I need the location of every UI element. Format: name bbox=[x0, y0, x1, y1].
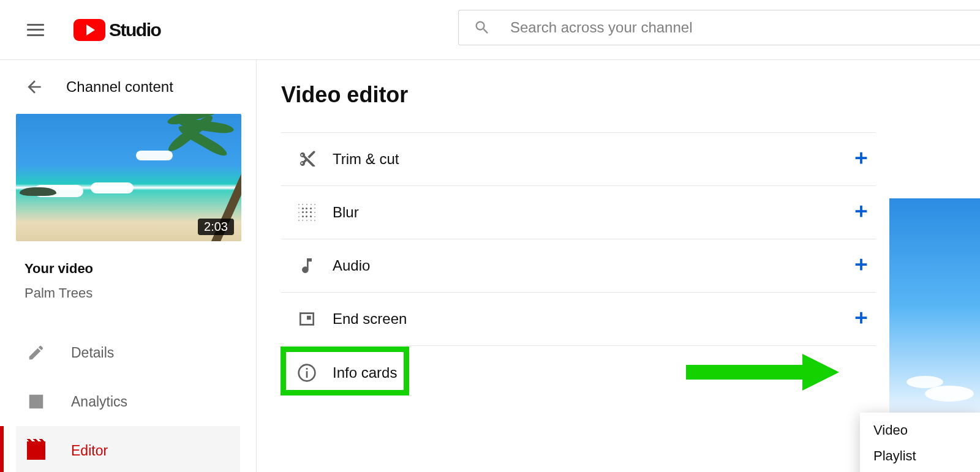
row-label: Blur bbox=[333, 204, 846, 221]
add-blur[interactable] bbox=[846, 202, 876, 223]
sidebar-item-label: Editor bbox=[71, 443, 108, 459]
add-end-screen[interactable] bbox=[846, 309, 876, 329]
sidebar-item-label: Analytics bbox=[71, 394, 127, 410]
youtube-play-icon bbox=[74, 19, 105, 41]
video-duration: 2:03 bbox=[198, 219, 234, 235]
sidebar-item-editor[interactable]: Editor bbox=[16, 426, 240, 472]
back-to-channel-content[interactable]: Channel content bbox=[24, 77, 240, 97]
info-icon bbox=[297, 363, 317, 383]
dropdown-item-channel[interactable]: Channel bbox=[860, 469, 980, 472]
studio-logo[interactable]: Studio bbox=[74, 19, 160, 41]
sidebar-item-analytics[interactable]: Analytics bbox=[16, 377, 240, 426]
blur-icon bbox=[297, 203, 317, 222]
plus-icon bbox=[852, 202, 870, 220]
video-thumbnail[interactable]: 2:03 bbox=[16, 114, 241, 241]
add-trim-cut[interactable] bbox=[846, 149, 876, 170]
main-content: Video editor Trim & cut Blur Audio bbox=[257, 60, 980, 472]
scissors-icon bbox=[297, 149, 317, 169]
row-label: Trim & cut bbox=[333, 151, 846, 168]
info-cards-dropdown: Video Playlist Channel Link bbox=[860, 413, 980, 472]
row-end-screen[interactable]: End screen bbox=[281, 293, 876, 346]
dropdown-item-video[interactable]: Video bbox=[860, 418, 980, 443]
arrow-left-icon bbox=[24, 77, 44, 97]
add-audio[interactable] bbox=[846, 255, 876, 276]
row-audio[interactable]: Audio bbox=[281, 239, 876, 293]
plus-icon bbox=[852, 255, 870, 274]
search-input[interactable] bbox=[510, 19, 980, 36]
row-trim-cut[interactable]: Trim & cut bbox=[281, 133, 876, 186]
analytics-icon bbox=[27, 392, 45, 411]
your-video-section: Your video Palm Trees bbox=[24, 261, 240, 301]
your-video-label: Your video bbox=[24, 261, 240, 277]
sidebar: Channel content 2:03 Your video Palm Tre… bbox=[0, 60, 257, 472]
back-label: Channel content bbox=[66, 78, 173, 96]
search-bar[interactable] bbox=[458, 10, 980, 45]
page-title: Video editor bbox=[281, 82, 980, 108]
row-info-cards[interactable]: Info cards bbox=[281, 346, 876, 399]
dropdown-item-playlist[interactable]: Playlist bbox=[860, 443, 980, 469]
logo-text: Studio bbox=[109, 20, 160, 40]
pencil-icon bbox=[27, 343, 45, 362]
app-header: Studio bbox=[0, 0, 980, 60]
editor-rows: Trim & cut Blur Audio End s bbox=[281, 132, 876, 399]
music-note-icon bbox=[297, 256, 317, 275]
row-label: Info cards bbox=[333, 364, 846, 381]
row-label: End screen bbox=[333, 310, 846, 328]
sidebar-nav: Details Analytics Editor bbox=[16, 328, 240, 472]
hamburger-menu-icon[interactable] bbox=[27, 24, 44, 36]
sidebar-item-details[interactable]: Details bbox=[16, 328, 240, 377]
plus-icon bbox=[852, 309, 870, 327]
row-label: Audio bbox=[333, 257, 846, 274]
video-title: Palm Trees bbox=[24, 285, 240, 301]
plus-icon bbox=[852, 149, 870, 167]
end-screen-icon bbox=[297, 309, 317, 329]
search-icon bbox=[473, 19, 491, 36]
sidebar-item-label: Details bbox=[71, 345, 114, 361]
row-blur[interactable]: Blur bbox=[281, 186, 876, 239]
clapper-icon bbox=[27, 441, 45, 460]
video-preview bbox=[889, 198, 980, 413]
